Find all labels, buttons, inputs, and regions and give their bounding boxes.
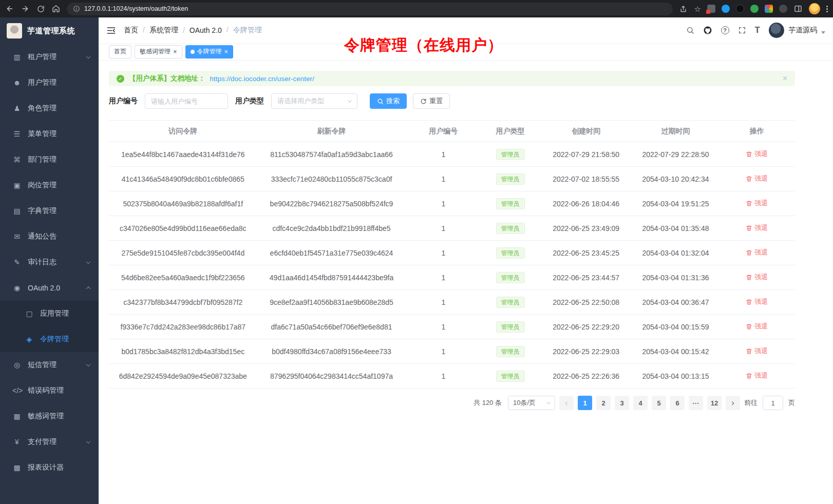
sidebar-menu-item[interactable]: ◈ 令牌管理 bbox=[0, 326, 99, 352]
extension-icon[interactable] bbox=[707, 5, 715, 13]
sidebar-menu-item[interactable]: ▥ 租户管理 bbox=[0, 44, 99, 70]
tag-label: 令牌管理 bbox=[197, 47, 222, 56]
sidebar-menu-item[interactable]: </> 错误码管理 bbox=[0, 378, 99, 403]
sidebar-menu-item[interactable]: ◉ OAuth 2.0 bbox=[0, 275, 99, 301]
expire-time-cell: 2054-03-04 00:13:15 bbox=[632, 364, 718, 389]
share-icon[interactable] bbox=[679, 4, 688, 13]
sidebar-menu-item[interactable]: ☰ 菜单管理 bbox=[0, 121, 99, 147]
payment-management-icon: ¥ bbox=[12, 438, 22, 446]
page-button[interactable]: 3 bbox=[615, 396, 629, 410]
sidebar-menu-item[interactable]: ▦ 敏感词管理 bbox=[0, 403, 99, 429]
site-info-icon[interactable] bbox=[73, 5, 80, 12]
user-type-select[interactable]: 请选择用户类型 bbox=[271, 93, 357, 109]
browser-forward-button[interactable] bbox=[21, 4, 30, 13]
tag[interactable]: 令牌管理 × bbox=[185, 45, 234, 59]
force-logout-button[interactable]: 强退 bbox=[746, 371, 768, 380]
github-icon[interactable] bbox=[703, 26, 712, 35]
sidebar-menu-item[interactable]: ♟ 角色管理 bbox=[0, 95, 99, 121]
force-logout-button[interactable]: 强退 bbox=[746, 199, 768, 208]
extension-icon[interactable] bbox=[765, 5, 773, 13]
browser-menu-icon[interactable] bbox=[826, 6, 828, 12]
sidebar-menu-item[interactable]: ▤ 字典管理 bbox=[0, 198, 99, 224]
app-management-icon: ▢ bbox=[25, 309, 34, 318]
side-panel-icon[interactable] bbox=[793, 4, 803, 13]
page-button[interactable]: 4 bbox=[633, 396, 648, 410]
trash-icon bbox=[746, 274, 752, 281]
page-button[interactable]: 6 bbox=[670, 396, 685, 410]
sidebar-menu-item[interactable]: ▢ 应用管理 bbox=[0, 301, 99, 326]
tag[interactable]: 首页 × bbox=[109, 45, 131, 59]
alert-close-icon[interactable]: × bbox=[783, 74, 787, 83]
search-icon[interactable] bbox=[686, 26, 694, 34]
app-logo[interactable]: 芋道管理系统 bbox=[0, 17, 99, 44]
doc-link[interactable]: https://doc.iocoder.cn/user-center/ bbox=[210, 75, 314, 83]
goto-page-input[interactable] bbox=[763, 396, 783, 410]
browser-back-button[interactable] bbox=[5, 4, 14, 13]
user-id-input[interactable] bbox=[145, 93, 228, 109]
sidebar-menu-item[interactable]: ¥ 支付管理 bbox=[0, 429, 99, 455]
close-icon[interactable]: × bbox=[224, 48, 229, 55]
reset-button[interactable]: 重置 bbox=[413, 93, 450, 109]
extension-icon[interactable] bbox=[736, 5, 744, 13]
search-button[interactable]: 搜索 bbox=[370, 93, 407, 109]
chevron-icon bbox=[86, 286, 90, 290]
fullscreen-icon[interactable] bbox=[738, 26, 746, 34]
browser-profile-avatar[interactable] bbox=[809, 3, 820, 14]
sidebar-menu-item[interactable]: ▩ 报表设计器 bbox=[0, 455, 99, 480]
breadcrumb-item[interactable]: 令牌管理 bbox=[222, 26, 262, 35]
table-row: 6d842e2924594de9a09e45e087323abe 8796295… bbox=[109, 364, 795, 389]
help-icon[interactable]: ? bbox=[721, 26, 729, 34]
user-type-badge: 管理员 bbox=[496, 173, 525, 185]
oauth2-icon: ◉ bbox=[12, 284, 22, 292]
page-size-select[interactable]: 10条/页 bbox=[508, 396, 555, 410]
sidebar-menu-item[interactable]: ☻ 用户管理 bbox=[0, 70, 99, 95]
sidebar-menu-item[interactable]: ⌘ 部门管理 bbox=[0, 147, 99, 172]
top-navbar: 首页 系统管理 OAuth 2.0 令牌管理 ? T bbox=[99, 17, 833, 43]
page-button[interactable]: 5 bbox=[652, 396, 666, 410]
tag[interactable]: 敏感词管理 × bbox=[135, 45, 182, 59]
doc-alert: ✓ 【用户体系】文档地址： https://doc.iocoder.cn/use… bbox=[109, 71, 795, 86]
sidebar-menu-item[interactable]: ▣ 岗位管理 bbox=[0, 172, 99, 198]
sidebar-menu-item[interactable]: ✉ 通知公告 bbox=[0, 224, 99, 249]
extension-icon[interactable] bbox=[750, 5, 759, 13]
force-logout-button[interactable]: 强退 bbox=[746, 149, 768, 159]
extension-icon[interactable] bbox=[779, 5, 787, 13]
page-button[interactable]: 1 bbox=[578, 396, 592, 410]
close-icon[interactable]: × bbox=[173, 48, 177, 55]
force-logout-button[interactable]: 强退 bbox=[746, 297, 768, 306]
page-button[interactable]: 12 bbox=[707, 396, 722, 410]
user-type-badge: 管理员 bbox=[496, 247, 525, 259]
prev-page-button[interactable]: ‹ bbox=[559, 396, 574, 410]
browser-reload-button[interactable] bbox=[36, 4, 45, 13]
breadcrumb-item[interactable]: 系统管理 bbox=[138, 26, 178, 35]
bookmark-star-icon[interactable]: ☆ bbox=[694, 5, 701, 13]
extension-icon[interactable] bbox=[722, 5, 730, 13]
user-id-cell: 1 bbox=[406, 339, 481, 364]
user-menu[interactable]: 芋道源码 bbox=[769, 23, 825, 38]
force-logout-button[interactable]: 强退 bbox=[746, 174, 768, 183]
created-time-cell: 2022-06-25 22:50:08 bbox=[540, 290, 632, 315]
breadcrumb-item[interactable]: OAuth 2.0 bbox=[178, 26, 222, 34]
refresh-icon bbox=[420, 98, 427, 105]
force-logout-button[interactable]: 强退 bbox=[746, 273, 768, 282]
expire-time-cell: 2054-03-04 00:15:42 bbox=[632, 339, 718, 364]
page-button[interactable]: ··· bbox=[689, 396, 703, 410]
sidebar-menu-item[interactable]: ✎ 审计日志 bbox=[0, 249, 99, 275]
force-logout-button[interactable]: 强退 bbox=[746, 346, 768, 356]
page-button[interactable]: 2 bbox=[596, 396, 611, 410]
forward-icon bbox=[21, 5, 29, 13]
font-size-icon[interactable]: T bbox=[755, 25, 760, 35]
force-logout-button[interactable]: 强退 bbox=[746, 248, 768, 257]
force-logout-button[interactable]: 强退 bbox=[746, 322, 768, 331]
force-logout-button[interactable]: 强退 bbox=[746, 223, 768, 232]
sidebar-menu-item[interactable]: ◎ 短信管理 bbox=[0, 352, 99, 378]
created-time-cell: 2022-06-26 18:04:46 bbox=[540, 191, 632, 216]
access-token-cell: 1ea5e44f8bc1467aaede43144f31de76 bbox=[109, 142, 257, 167]
next-page-button[interactable]: › bbox=[726, 396, 740, 410]
sidebar-collapse-button[interactable] bbox=[106, 26, 116, 35]
browser-home-button[interactable] bbox=[51, 4, 61, 13]
address-bar[interactable]: 127.0.0.1:1024/system/oauth2/token bbox=[67, 3, 673, 15]
app-title: 芋道管理系统 bbox=[27, 26, 75, 36]
breadcrumb-item[interactable]: 首页 bbox=[124, 26, 138, 35]
user-id-cell: 1 bbox=[406, 265, 481, 290]
